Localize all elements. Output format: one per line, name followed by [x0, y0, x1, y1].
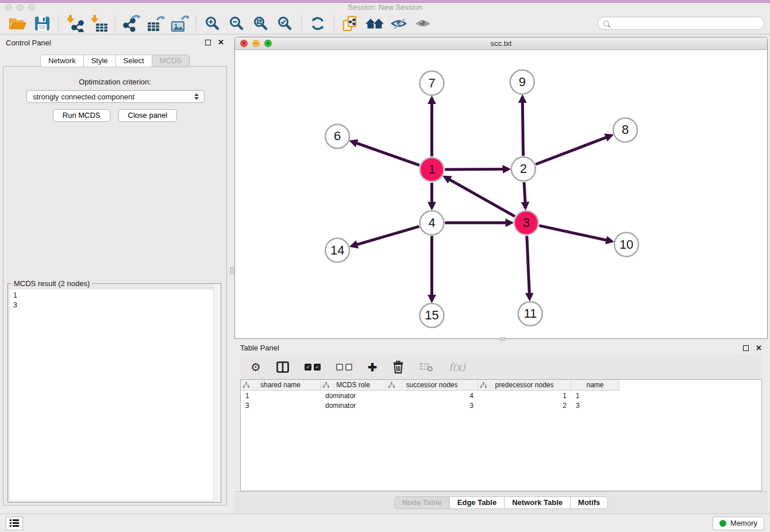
node-11[interactable]: 11	[518, 302, 542, 326]
network-maximize-icon[interactable]: +	[264, 40, 272, 47]
import-network-button[interactable]	[63, 14, 87, 33]
select-all-button[interactable]: ✓✓	[305, 364, 321, 371]
node-15[interactable]: 15	[420, 303, 444, 327]
export-image-icon	[171, 15, 189, 32]
zoom-in-button[interactable]	[201, 14, 225, 33]
horizontal-splitter-handle[interactable]	[500, 337, 506, 341]
hide-annotation-button[interactable]	[387, 14, 411, 33]
table-row[interactable]: 1dominator411	[241, 391, 761, 400]
delete-rows-button[interactable]	[392, 361, 404, 373]
mcds-result-list: 13	[10, 290, 219, 500]
export-network-button[interactable]	[120, 14, 144, 33]
task-history-button[interactable]	[6, 516, 23, 530]
network-view-titlebar[interactable]: scc.txt × − +	[235, 37, 767, 50]
deselect-all-button[interactable]	[336, 364, 352, 371]
tab-style[interactable]: Style	[83, 55, 116, 67]
tab-edge-table[interactable]: Edge Table	[449, 496, 505, 509]
close-panel-button[interactable]: Close panel	[118, 109, 178, 122]
home-views-button[interactable]	[363, 14, 387, 33]
column-header-successor-nodes[interactable]: successor nodes	[386, 380, 478, 391]
node-7[interactable]: 7	[420, 71, 444, 95]
table-cell[interactable]: 3	[571, 402, 619, 410]
node-label: 11	[523, 306, 537, 321]
import-table-button[interactable]	[87, 14, 111, 33]
table-cell[interactable]: dominator	[321, 392, 386, 400]
node-1[interactable]: 1	[420, 157, 444, 182]
apply-function-button[interactable]: f(x)	[449, 361, 465, 373]
tab-network-table[interactable]: Network Table	[504, 496, 571, 509]
table-cell[interactable]: 1	[241, 392, 321, 400]
tab-select[interactable]: Select	[116, 55, 152, 67]
edge-2-9[interactable]	[522, 97, 523, 156]
node-10[interactable]: 10	[614, 233, 638, 257]
table-cell[interactable]: 2	[478, 402, 571, 410]
export-table-button[interactable]	[144, 14, 168, 33]
table-cell[interactable]: dominator	[321, 402, 386, 410]
node-label: 14	[330, 243, 344, 257]
search-input[interactable]	[613, 18, 759, 28]
edge-3-10[interactable]	[539, 226, 612, 241]
table-cell[interactable]: 4	[386, 392, 478, 400]
float-table-panel-icon[interactable]	[743, 345, 749, 351]
edge-1-6[interactable]	[352, 141, 419, 165]
edge-2-8[interactable]	[536, 136, 611, 164]
float-panel-icon[interactable]	[205, 40, 211, 45]
run-mcds-button[interactable]: Run MCDS	[53, 109, 110, 122]
export-image-button[interactable]	[168, 14, 192, 33]
network-close-icon[interactable]: ×	[240, 40, 248, 47]
toolbar-separator	[58, 16, 59, 32]
node-8[interactable]: 8	[613, 118, 637, 142]
toolbar-search[interactable]	[598, 17, 764, 30]
control-panel-tabs: NetworkStyleSelectMCDS	[0, 55, 230, 67]
node-table: shared nameMCDS rolesuccessor nodesprede…	[240, 379, 762, 491]
table-cell[interactable]: 3	[241, 402, 321, 410]
network-minimize-icon[interactable]: −	[252, 40, 260, 47]
column-header-mcds-role[interactable]: MCDS role	[321, 380, 386, 391]
edge-1-2[interactable]	[445, 169, 509, 169]
column-header-name[interactable]: name	[571, 380, 619, 391]
close-panel-icon[interactable]: ✕	[218, 40, 224, 45]
tab-node-table[interactable]: Node Table	[394, 496, 450, 509]
edge-3-11[interactable]	[527, 236, 530, 299]
zoom-fit-button[interactable]	[249, 14, 273, 33]
tab-network[interactable]: Network	[40, 55, 84, 67]
node-2[interactable]: 2	[511, 157, 536, 181]
optimization-criterion-select[interactable]: strongly connected component	[26, 90, 205, 103]
column-header-shared-name[interactable]: shared name	[241, 380, 321, 391]
zoom-out-button[interactable]	[225, 14, 249, 33]
edge-4-14[interactable]	[352, 226, 419, 246]
delete-table-icon	[419, 363, 433, 372]
tab-motifs[interactable]: Motifs	[570, 496, 608, 509]
column-header-predecessor-nodes[interactable]: predecessor nodes	[478, 380, 571, 391]
trash-icon	[392, 361, 404, 373]
table-row[interactable]: 3dominator323	[241, 400, 761, 410]
table-cell[interactable]: 1	[571, 392, 619, 400]
node-6[interactable]: 6	[325, 124, 349, 148]
show-columns-button[interactable]	[276, 361, 289, 373]
open-file-button[interactable]	[6, 14, 30, 33]
result-scrollbar[interactable]	[213, 284, 221, 502]
node-4[interactable]: 4	[420, 211, 444, 235]
node-label: 6	[334, 129, 341, 143]
node-9[interactable]: 9	[510, 70, 534, 94]
memory-button[interactable]: Memory	[713, 516, 764, 530]
table-cell[interactable]: 3	[386, 402, 478, 410]
network-canvas[interactable]: 7968124314101511	[235, 50, 767, 338]
edge-2-3[interactable]	[524, 182, 525, 208]
delete-table-button[interactable]	[419, 363, 433, 372]
edge-3-1[interactable]	[445, 177, 515, 217]
table-cell[interactable]: 1	[478, 392, 571, 400]
table-settings-button[interactable]: ⚙	[251, 361, 261, 373]
clone-network-button[interactable]	[338, 14, 363, 33]
refresh-button[interactable]	[306, 14, 330, 33]
save-session-button[interactable]	[30, 14, 54, 33]
tab-mcds[interactable]: MCDS	[152, 55, 190, 67]
add-row-button[interactable]: ✚	[368, 362, 377, 373]
node-3[interactable]: 3	[514, 211, 538, 235]
show-annotation-button[interactable]	[411, 14, 435, 33]
zoom-selected-button[interactable]	[273, 14, 297, 33]
control-panel-header: Control Panel ✕	[0, 34, 230, 51]
close-table-panel-icon[interactable]: ✕	[756, 345, 762, 351]
node-14[interactable]: 14	[325, 238, 349, 263]
window-title: Session: New Session	[0, 3, 770, 11]
